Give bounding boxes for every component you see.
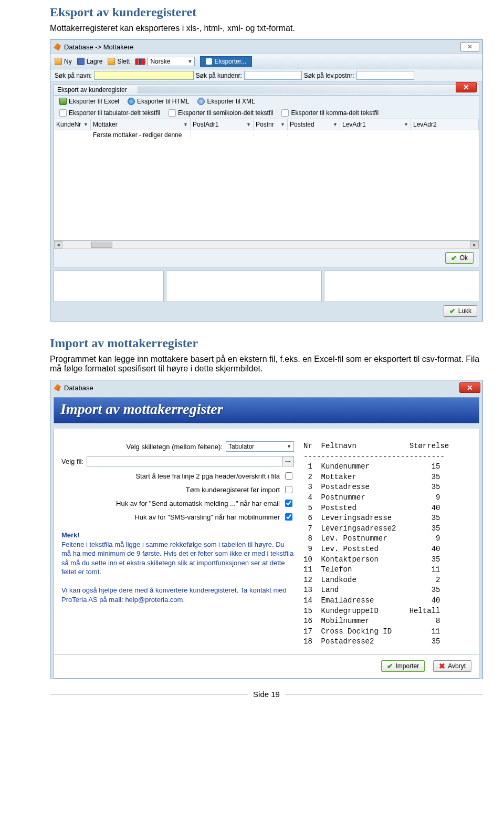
language-select[interactable]: Norske▼ <box>135 57 195 66</box>
skilletegn-select[interactable]: Tabulator▼ <box>226 441 294 452</box>
file-label: Velg fil: <box>61 458 83 465</box>
close-icon[interactable]: ✕ <box>459 382 480 393</box>
cancel-button[interactable]: ✖Avbryt <box>433 660 471 672</box>
new-button[interactable]: Ny <box>55 58 72 65</box>
import-body: Velg skilletegn (mellom feltene): Tabula… <box>54 429 479 655</box>
table-row[interactable]: Første mottaker - rediger denne <box>54 130 479 140</box>
detail-box-3 <box>324 271 480 302</box>
skilletegn-label: Velg skilletegn (mellom feltene): <box>126 443 223 451</box>
chevron-down-icon: ▼ <box>280 122 285 127</box>
import-form: Velg skilletegn (mellom feltene): Tabula… <box>61 441 294 647</box>
import-button[interactable]: ✔Importer <box>381 660 425 672</box>
app-icon <box>54 43 61 50</box>
col-kundenr[interactable]: KundeNr▼ <box>54 119 91 130</box>
detail-box-1 <box>54 271 164 302</box>
toolbar-main: Ny Lagre Slett Norske▼ Eksporter... <box>50 54 482 69</box>
export-comma-button[interactable]: Eksporter til komma-delt tekstfil <box>281 109 379 117</box>
checkbox-header[interactable] <box>285 472 292 480</box>
paragraph-import: Programmet kan legge inn mottakere baser… <box>50 355 483 373</box>
col-postnr[interactable]: Postnr▼ <box>254 119 288 130</box>
checkbox-sms[interactable] <box>285 513 292 521</box>
ok-button[interactable]: ✔Ok <box>445 252 474 264</box>
user-add-icon <box>55 58 62 65</box>
merk-title: Merk! <box>61 531 294 540</box>
chevron-down-icon: ▼ <box>404 122 408 127</box>
col-poststed[interactable]: Poststed▼ <box>288 119 340 130</box>
scroll-right-icon[interactable]: ► <box>470 241 479 248</box>
grid-header: KundeNr▼ Mottaker▼ PostAdr1▼ Postnr▼ Pos… <box>54 119 479 130</box>
window-titlebar: Database -> Mottakere ✕ <box>50 40 482 54</box>
paragraph-export: Mottakerregisteret kan eksporteres i xls… <box>50 24 483 33</box>
window-titlebar: Database ✕ <box>50 380 482 395</box>
chevron-down-icon: ▼ <box>246 122 251 127</box>
heading-export: Eksport av kunderegisteret <box>50 5 483 19</box>
page-number: Side 19 <box>253 690 280 699</box>
checkbox-label: Huk av for "SMS-varsling" når har mobiln… <box>134 513 280 521</box>
panel-close-icon[interactable]: ✕ <box>456 82 477 92</box>
search-customer-input[interactable] <box>244 71 302 80</box>
col-postadr1[interactable]: PostAdr1▼ <box>191 119 254 130</box>
file-input[interactable]: ··· <box>87 456 294 466</box>
window-mottakere: Database -> Mottakere ✕ Ny Lagre Slett N… <box>50 39 483 321</box>
import-banner: Import av mottakerregister <box>54 397 479 423</box>
col-mottaker[interactable]: Mottaker▼ <box>91 119 191 130</box>
lower-detail-panes <box>54 271 479 302</box>
export-xml-button[interactable]: Eksporter til XML <box>197 98 255 105</box>
browse-icon[interactable]: ··· <box>282 456 293 466</box>
flag-norway-icon <box>135 58 145 65</box>
checkbox-email[interactable] <box>285 500 292 507</box>
export-panel-header: Eksport av kunderegister ✕ <box>54 84 479 96</box>
check-icon: ✔ <box>451 254 457 262</box>
merk-note: Merk! Feltene i tekstfila må ligge i sam… <box>61 531 294 604</box>
save-button[interactable]: Lagre <box>77 58 103 65</box>
excel-icon <box>59 98 67 105</box>
scroll-left-icon[interactable]: ◄ <box>54 241 62 248</box>
search-postnr-label: Søk på lev.postnr: <box>304 72 354 79</box>
delete-button[interactable]: Slett <box>108 58 130 65</box>
export-icon <box>206 58 212 65</box>
page-footer: Side 19 <box>50 690 483 699</box>
chevron-down-icon: ▼ <box>287 444 291 449</box>
text-icon <box>59 109 67 117</box>
import-footer: ✔Importer ✖Avbryt <box>54 655 479 679</box>
export-tab-button[interactable]: Eksporter til tabulator-delt tekstfil <box>59 109 160 117</box>
app-icon <box>54 384 61 391</box>
export-html-button[interactable]: Eksporter til HTML <box>128 98 189 105</box>
heading-import: Import av mottakerregister <box>50 336 483 350</box>
col-levadr2[interactable]: LevAdr2 <box>411 119 479 130</box>
lukk-button[interactable]: ✔Lukk <box>444 305 477 317</box>
chevron-down-icon: ▼ <box>333 122 338 127</box>
chevron-down-icon: ▼ <box>83 122 88 127</box>
checkbox-label: Start å lese fra linje 2 pga header/over… <box>135 472 280 480</box>
window-title: Database -> Mottakere <box>64 43 134 51</box>
scroll-thumb[interactable] <box>91 242 112 248</box>
export-options-row1: Eksporter til Excel Eksporter til HTML E… <box>54 96 479 107</box>
user-remove-icon <box>108 58 115 65</box>
field-table: Nr Feltnavn Størrelse ------------------… <box>303 441 471 647</box>
search-postnr-input[interactable] <box>356 71 414 80</box>
horizontal-scrollbar[interactable]: ◄ ► <box>54 241 479 249</box>
search-name-label: Søk på navn: <box>55 72 92 79</box>
disk-icon <box>77 58 85 65</box>
checkbox-label: Tøm kunderegisteret før import <box>186 486 280 494</box>
x-icon: ✖ <box>439 662 445 670</box>
checkbox-clear[interactable] <box>285 486 292 493</box>
grid-body[interactable]: Første mottaker - rediger denne <box>54 130 479 241</box>
export-options-row2: Eksporter til tabulator-delt tekstfil Ek… <box>54 107 479 119</box>
grid-cell-mottaker: Første mottaker - rediger denne <box>91 131 191 139</box>
merk-paragraph-1: Feltene i tekstfila må ligge i samme rek… <box>61 540 294 577</box>
text-icon <box>169 109 176 117</box>
export-semicolon-button[interactable]: Eksporter til semikolon-delt tekstfil <box>169 109 273 117</box>
search-name-input[interactable] <box>94 71 194 80</box>
close-icon[interactable]: ✕ <box>460 42 479 51</box>
text-icon <box>281 109 289 117</box>
check-icon: ✔ <box>449 307 456 315</box>
window-title: Database <box>64 384 93 392</box>
merk-paragraph-2: Vi kan også hjelpe dere med å konvertere… <box>61 586 294 604</box>
lukk-row: ✔Lukk <box>50 302 482 321</box>
detail-box-2 <box>166 271 322 302</box>
globe-icon <box>128 98 135 105</box>
col-levadr1[interactable]: LevAdr1▼ <box>340 119 411 130</box>
export-button[interactable]: Eksporter... <box>200 56 252 67</box>
export-excel-button[interactable]: Eksporter til Excel <box>59 98 119 105</box>
